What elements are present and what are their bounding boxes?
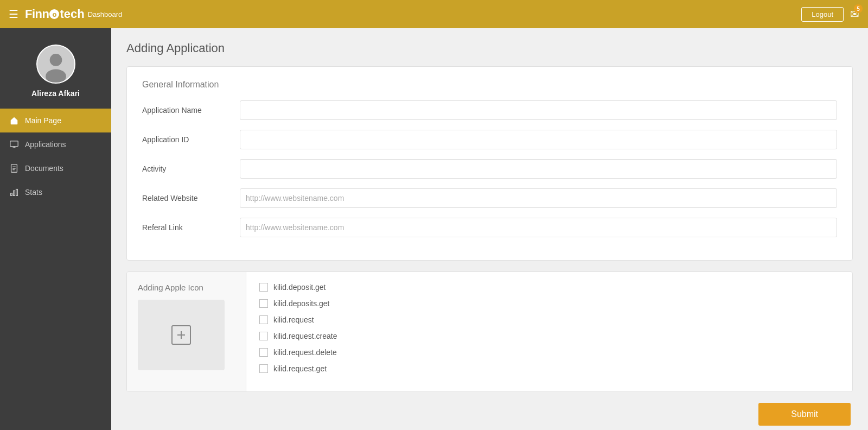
- main-content: Adding Application General Information A…: [111, 28, 868, 430]
- bottom-section: Adding Apple Icon kilid.deposit.get: [126, 271, 853, 392]
- general-info-title: General Information: [142, 80, 837, 90]
- permission-checkbox-4[interactable]: [259, 332, 268, 340]
- permission-label-5: kilid.request.delete: [273, 348, 337, 357]
- permission-checkbox-3[interactable]: [259, 315, 268, 324]
- permission-checkbox-2[interactable]: [259, 299, 268, 308]
- permission-item: kilid.request.get: [259, 364, 839, 373]
- logo-dashboard: Dashboard: [88, 10, 123, 18]
- permission-label-3: kilid.request: [273, 315, 314, 324]
- logo-finn: Finn: [25, 7, 49, 21]
- svg-rect-10: [11, 193, 12, 196]
- icon-upload-area[interactable]: [138, 300, 225, 370]
- user-name-label: Alireza Afkari: [31, 89, 80, 98]
- sidebar-item-label-main-page: Main Page: [25, 116, 61, 125]
- sidebar-nav: Main Page Applications: [0, 109, 111, 204]
- form-row-referal-link: Referal Link: [142, 218, 837, 237]
- svg-point-2: [46, 69, 66, 83]
- permission-item: kilid.deposit.get: [259, 283, 839, 292]
- logo-o: o: [49, 9, 59, 19]
- avatar: [36, 45, 75, 84]
- app-name-input[interactable]: [240, 100, 837, 120]
- form-row-related-website: Related Website: [142, 188, 837, 208]
- svg-rect-3: [10, 141, 18, 147]
- permission-label-1: kilid.deposit.get: [273, 283, 326, 292]
- logout-button[interactable]: Logout: [801, 7, 844, 22]
- permission-checkbox-1[interactable]: [259, 283, 268, 292]
- logo: Finnotech Dashboard: [25, 7, 122, 21]
- header: ☰ Finnotech Dashboard Logout ✉ 5: [0, 0, 868, 28]
- permission-label-6: kilid.request.get: [273, 364, 327, 373]
- submit-button[interactable]: Submit: [758, 403, 851, 426]
- sidebar-item-label-stats: Stats: [25, 188, 42, 197]
- docs-icon: [9, 163, 20, 174]
- permissions-panel: kilid.deposit.get kilid.deposits.get kil…: [246, 272, 852, 391]
- app-name-label: Application Name: [142, 106, 240, 115]
- related-website-label: Related Website: [142, 194, 240, 203]
- permission-checkbox-6[interactable]: [259, 364, 268, 373]
- svg-rect-11: [14, 191, 15, 195]
- permission-item: kilid.request.delete: [259, 348, 839, 357]
- referal-link-label: Referal Link: [142, 223, 240, 232]
- sidebar-item-documents[interactable]: Documents: [0, 156, 111, 180]
- mail-button[interactable]: ✉ 5: [850, 8, 859, 21]
- home-icon: [9, 115, 20, 126]
- svg-rect-12: [16, 189, 18, 196]
- hamburger-icon[interactable]: ☰: [9, 8, 18, 21]
- logo-tech: tech: [60, 7, 84, 21]
- form-row-app-id: Application ID: [142, 130, 837, 149]
- permission-checkbox-5[interactable]: [259, 348, 268, 357]
- app-id-input[interactable]: [240, 130, 837, 149]
- permission-item: kilid.deposits.get: [259, 299, 839, 308]
- sidebar-item-stats[interactable]: Stats: [0, 180, 111, 204]
- sidebar: Alireza Afkari Main Page: [0, 28, 111, 430]
- page-title: Adding Application: [126, 41, 853, 55]
- permission-item: kilid.request.create: [259, 332, 839, 340]
- permission-label-2: kilid.deposits.get: [273, 299, 330, 308]
- header-left: ☰ Finnotech Dashboard: [9, 7, 122, 21]
- submit-row: Submit: [126, 403, 853, 426]
- layout: Alireza Afkari Main Page: [0, 28, 868, 430]
- referal-link-input[interactable]: [240, 218, 837, 237]
- sidebar-item-label-documents: Documents: [25, 164, 63, 173]
- activity-input[interactable]: [240, 159, 837, 179]
- svg-point-1: [49, 54, 62, 66]
- header-right: Logout ✉ 5: [801, 7, 859, 22]
- monitor-icon: [9, 139, 20, 150]
- sidebar-user: Alireza Afkari: [0, 39, 111, 109]
- sidebar-item-label-applications: Applications: [25, 140, 66, 149]
- permission-item: kilid.request: [259, 315, 839, 324]
- mail-badge: 5: [854, 4, 863, 13]
- activity-label: Activity: [142, 165, 240, 173]
- sidebar-item-applications[interactable]: Applications: [0, 132, 111, 156]
- stats-icon: [9, 187, 20, 198]
- general-info-card: General Information Application Name App…: [126, 66, 853, 261]
- sidebar-item-main-page[interactable]: Main Page: [0, 109, 111, 132]
- apple-icon-title: Adding Apple Icon: [138, 283, 235, 292]
- form-row-app-name: Application Name: [142, 100, 837, 120]
- app-id-label: Application ID: [142, 135, 240, 144]
- form-row-activity: Activity: [142, 159, 837, 179]
- apple-icon-panel: Adding Apple Icon: [127, 272, 246, 391]
- related-website-input[interactable]: [240, 188, 837, 208]
- permission-label-4: kilid.request.create: [273, 332, 337, 340]
